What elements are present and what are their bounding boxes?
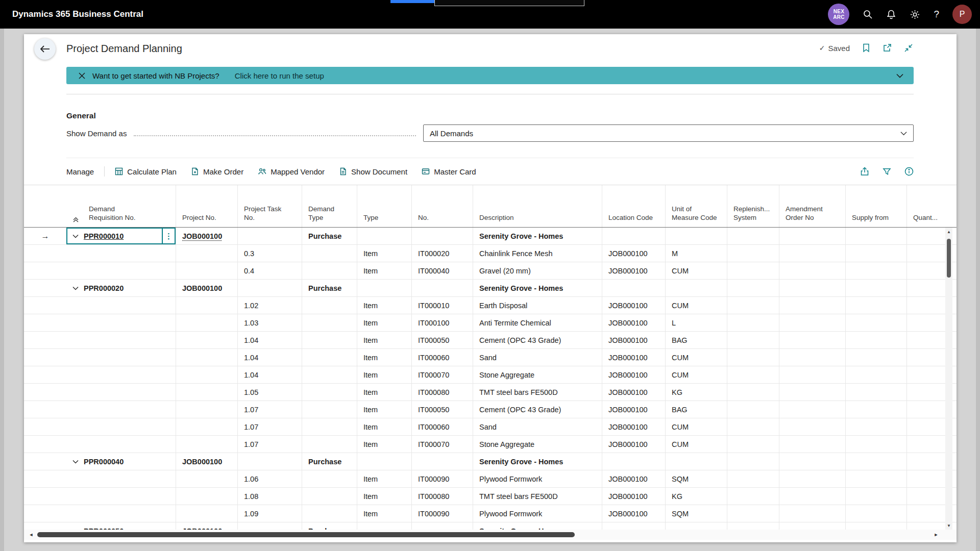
general-section-heading[interactable]: General: [66, 111, 96, 120]
cell-no[interactable]: IT000050: [411, 332, 473, 348]
cell-replenish[interactable]: [727, 418, 779, 435]
cell-amendment[interactable]: [779, 522, 845, 530]
grid-detail-row[interactable]: 1.06ItemIT000090Plywood FormworkJOB00010…: [24, 470, 957, 488]
search-icon[interactable]: [863, 9, 873, 19]
cell-description[interactable]: Stone Aggregate: [473, 436, 602, 453]
cell-replenish[interactable]: [727, 349, 779, 366]
cell-no[interactable]: IT000090: [411, 470, 473, 487]
grid-detail-row[interactable]: 0.3ItemIT000020Chainlink Fence MeshJOB00…: [24, 245, 957, 262]
cell-project[interactable]: [176, 436, 237, 453]
cell-demand-type[interactable]: [302, 436, 357, 453]
column-header-description[interactable]: Description: [473, 185, 602, 227]
cell-uom[interactable]: CUM: [665, 436, 727, 453]
cell-supply[interactable]: [845, 384, 906, 400]
cell-type[interactable]: Item: [357, 366, 411, 383]
cell-replenish[interactable]: [727, 488, 779, 505]
cell-description[interactable]: TMT steel bars FE500D: [473, 488, 602, 505]
cell-no[interactable]: [411, 453, 473, 470]
cell-task[interactable]: 1.07: [237, 401, 302, 418]
cell-type[interactable]: Item: [357, 314, 411, 331]
grid-detail-row[interactable]: 1.04ItemIT000050Cement (OPC 43 Grade)JOB…: [24, 332, 957, 349]
grid-detail-row[interactable]: 1.08ItemIT000080TMT steel bars FE500DJOB…: [24, 488, 957, 505]
cell-type[interactable]: Item: [357, 245, 411, 262]
cell-type[interactable]: Item: [357, 436, 411, 453]
cell-description[interactable]: Serenity Grove - Homes: [473, 280, 602, 296]
column-header-project[interactable]: Project No.: [176, 185, 237, 227]
cell-type[interactable]: Item: [357, 488, 411, 505]
req-no[interactable]: PPR000010: [84, 232, 124, 240]
cell-type[interactable]: Item: [357, 470, 411, 487]
show-demand-as-combobox[interactable]: All Demands: [423, 124, 914, 142]
cell-description[interactable]: Stone Aggregate: [473, 366, 602, 383]
cell-demand-type[interactable]: [302, 418, 357, 435]
cell-location[interactable]: JOB000100: [602, 262, 665, 279]
req-no[interactable]: PPR000040: [84, 458, 124, 466]
cell-project[interactable]: [176, 366, 237, 383]
cell-project[interactable]: JOB000100: [176, 522, 237, 530]
cell-task[interactable]: [237, 280, 302, 296]
cell-demand-type[interactable]: [302, 384, 357, 400]
profile-avatar[interactable]: P: [952, 5, 972, 24]
grid-detail-row[interactable]: 0.4ItemIT000040Gravel (20 mm)JOB000100CU…: [24, 262, 957, 280]
cell-location[interactable]: [602, 522, 665, 530]
cell-type[interactable]: Item: [357, 332, 411, 348]
cell-uom[interactable]: CUM: [665, 366, 727, 383]
cell-location[interactable]: [602, 453, 665, 470]
column-header-type[interactable]: Type: [357, 185, 411, 227]
column-header-no[interactable]: No.: [411, 185, 473, 227]
cell-req[interactable]: [66, 488, 176, 505]
bookmark-icon[interactable]: [862, 43, 870, 53]
cell-replenish[interactable]: [727, 297, 779, 314]
cell-project[interactable]: JOB000100: [176, 228, 237, 244]
cell-project[interactable]: [176, 401, 237, 418]
column-header-location[interactable]: Location Code: [602, 185, 665, 227]
cell-uom[interactable]: [665, 228, 727, 244]
cell-project[interactable]: [176, 349, 237, 366]
show-document-button[interactable]: Show Document: [339, 167, 407, 176]
cell-req[interactable]: PPR000050: [66, 522, 176, 530]
cell-task[interactable]: 1.04: [237, 349, 302, 366]
cell-amendment[interactable]: [779, 401, 845, 418]
cell-description[interactable]: Serenity Grove - Homes: [473, 453, 602, 470]
cell-replenish[interactable]: [727, 384, 779, 400]
cell-uom[interactable]: [665, 280, 727, 296]
cell-amendment[interactable]: [779, 228, 845, 244]
cell-no[interactable]: IT000080: [411, 488, 473, 505]
cell-amendment[interactable]: [779, 314, 845, 331]
cell-task[interactable]: [237, 522, 302, 530]
cell-project[interactable]: [176, 314, 237, 331]
cell-type[interactable]: [357, 453, 411, 470]
cell-description[interactable]: Gravel (20 mm): [473, 262, 602, 279]
cell-demand-type[interactable]: Purchase: [302, 228, 357, 244]
cell-location[interactable]: JOB000100: [602, 314, 665, 331]
cell-supply[interactable]: [845, 488, 906, 505]
grid-group-row[interactable]: →PPR000010⋮JOB000100PurchaseSerenity Gro…: [24, 228, 957, 245]
cell-amendment[interactable]: [779, 297, 845, 314]
cell-replenish[interactable]: [727, 245, 779, 262]
cell-type[interactable]: Item: [357, 401, 411, 418]
cell-supply[interactable]: [845, 522, 906, 530]
cell-no[interactable]: IT000060: [411, 418, 473, 435]
grid-detail-row[interactable]: 1.07ItemIT000070Stone AggregateJOB000100…: [24, 436, 957, 453]
cell-uom[interactable]: [665, 453, 727, 470]
cell-task[interactable]: 1.06: [237, 470, 302, 487]
grid-group-row[interactable]: PPR000050JOB000100PurchaseSerenity Grove…: [24, 522, 957, 530]
cell-task[interactable]: 1.09: [237, 505, 302, 522]
cell-location[interactable]: JOB000100: [602, 505, 665, 522]
cell-task[interactable]: 1.02: [237, 297, 302, 314]
cell-description[interactable]: Sand: [473, 418, 602, 435]
cell-amendment[interactable]: [779, 505, 845, 522]
cell-req[interactable]: [66, 297, 176, 314]
banner-chevron-down-icon[interactable]: [896, 73, 903, 78]
cell-amendment[interactable]: [779, 418, 845, 435]
cell-project[interactable]: [176, 488, 237, 505]
cell-uom[interactable]: M: [665, 245, 727, 262]
cell-amendment[interactable]: [779, 384, 845, 400]
column-header-req[interactable]: DemandRequisition No.: [66, 185, 176, 227]
cell-location[interactable]: JOB000100: [602, 366, 665, 383]
cell-description[interactable]: Cement (OPC 43 Grade): [473, 401, 602, 418]
column-header-replenish[interactable]: Replenish...System: [727, 185, 779, 227]
cell-project[interactable]: JOB000100: [176, 453, 237, 470]
cell-task[interactable]: 1.08: [237, 488, 302, 505]
row-expand-chevron-icon[interactable]: [72, 460, 79, 464]
